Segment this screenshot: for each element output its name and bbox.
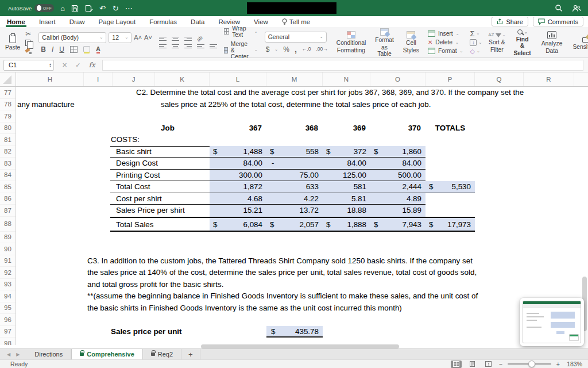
align-center-icon[interactable] [172,44,179,48]
align-right-icon[interactable] [184,44,192,48]
sheet-tab-req2[interactable]: Req2 [143,349,181,359]
save-as-icon[interactable] [85,5,93,12]
font-name-select[interactable]: Calibri (Body) ⌄ [38,32,106,43]
row-header[interactable]: 98 [0,338,16,345]
bold-button[interactable]: B [41,46,46,53]
row-header[interactable]: 95 [0,302,16,315]
delete-cells-button[interactable]: ✕ Delete ⌄ [428,39,463,45]
zoom-out-button[interactable]: − [499,361,502,367]
sheet-tab-comprehensive[interactable]: Comprehensive [71,349,143,359]
zoom-slider[interactable] [508,363,551,365]
decrease-indent-icon[interactable] [197,44,204,48]
fill-down-icon[interactable]: ↓ [470,39,477,46]
accounting-format-icon[interactable]: $ [266,46,270,53]
column-header-l[interactable]: L [210,72,266,86]
cell-job-368[interactable]: 368 [266,122,323,135]
column-header-o[interactable]: O [370,72,425,86]
tab-draw[interactable]: Draw [69,16,85,27]
row-header[interactable]: 96 [0,314,16,326]
table-row-total-sales[interactable]: Total Sales $6,084 $2,057 $1,888 $7,943 … [110,217,475,232]
cell-job-369[interactable]: 369 [323,122,370,135]
middle-align-icon[interactable] [172,37,179,41]
row-header[interactable]: 92 [0,267,16,279]
screenshot-thumbnail[interactable] [520,298,584,346]
horizontal-scrollbar-thumb[interactable] [201,344,399,348]
tell-me-button[interactable]: Tell me [282,18,310,25]
row-header[interactable]: 93 [0,279,16,291]
select-all-corner[interactable] [0,72,16,86]
cell-text-c3-line4[interactable]: **(assume the beginning balance in Finis… [87,290,478,302]
cell-text-c3-line5[interactable]: the basic shirts in Finished Goods Inven… [87,302,402,315]
tab-data[interactable]: Data [191,16,204,27]
column-header-m[interactable]: M [266,72,323,86]
row-header[interactable]: 91 [0,255,16,267]
row-header[interactable]: 89 [0,232,16,244]
italic-button[interactable]: I [52,46,53,53]
column-header-q[interactable]: Q [475,72,524,86]
row-header[interactable]: 80 [0,122,16,135]
page-layout-view-icon[interactable] [467,361,478,368]
more-commands-icon[interactable]: ⋯ [125,5,133,12]
percent-style-icon[interactable]: % [283,46,289,53]
table-row-total-cost[interactable]: Total Cost 1,872 633 581 2,444 $5,530 [110,181,475,193]
column-header-r[interactable]: R [524,72,574,86]
autosave-toggle[interactable]: AutoSave OFF [8,4,54,12]
people-icon[interactable] [572,5,581,12]
format-painter-icon[interactable] [25,48,32,54]
cell-job-header[interactable]: Job [133,122,202,135]
paste-button[interactable]: Paste [3,34,22,51]
table-row-printing-cost[interactable]: Printing Cost 300.00 75.00 125.00 500.00 [110,170,425,182]
column-header-h[interactable]: H [17,72,84,86]
row-header[interactable]: 81 [0,134,16,146]
page-break-view-icon[interactable] [483,361,494,368]
column-header-n[interactable]: N [323,72,370,86]
row-header[interactable]: 85 [0,181,16,193]
row-header[interactable]: 86 [0,193,16,205]
next-sheet-icon[interactable]: ▶ [16,352,20,357]
row-header[interactable]: 97 [0,326,16,338]
cell-text-fragment[interactable]: any manufacture [17,99,75,111]
cell-text-c2-line2[interactable]: sales price at 225% of the total cost, d… [161,99,431,111]
row-header[interactable]: 83 [0,158,16,170]
add-sheet-button[interactable]: + [181,349,200,359]
tab-formulas[interactable]: Formulas [149,16,177,27]
tab-home[interactable]: Home [7,16,25,27]
column-header-j[interactable]: J [113,72,155,86]
tab-page-layout[interactable]: Page Layout [99,16,136,27]
cut-icon[interactable]: ✂ [25,30,32,37]
row-header[interactable]: 87 [0,205,16,217]
format-cells-button[interactable]: Format ⌄ [428,48,463,54]
worksheet-grid[interactable]: C2. Determine the total cost and the ave… [0,87,588,345]
number-format-select[interactable]: General ⌄ [265,32,327,43]
prev-sheet-icon[interactable]: ◀ [7,352,10,357]
zoom-in-button[interactable]: + [556,361,560,367]
column-header-p[interactable]: P [425,72,475,86]
orientation-icon[interactable]: ab [196,35,203,43]
cell-styles-button[interactable]: Cell Styles [401,31,421,53]
confirm-entry-icon[interactable]: ✓ [75,62,80,69]
name-box[interactable]: C1 ▴ ▾ [3,60,54,71]
merge-center-button[interactable]: Merge & Center ⌄ [224,41,258,60]
redo-icon[interactable]: ↻ [113,5,119,12]
row-header[interactable]: 82 [0,146,16,158]
home-icon[interactable]: ⌂ [60,5,65,12]
table-row-basic-shirt[interactable]: Basic shirt $1,488 $558 $372 $1,860 [110,146,425,158]
table-row-cost-per-shirt[interactable]: Cost per shirt 4.68 4.22 5.81 4.89 [110,193,425,205]
borders-icon[interactable] [70,46,78,53]
conditional-formatting-button[interactable]: Conditional Formatting [335,31,368,53]
cell-text-c3-line2[interactable]: the sales price at 140% of the cost, det… [87,267,477,279]
row-header[interactable]: 94 [0,290,16,302]
cell-totals-header[interactable]: TOTALS [425,122,475,135]
analyze-data-button[interactable]: Analyze Data [540,31,564,54]
cancel-entry-icon[interactable]: ✕ [62,62,67,69]
row-header[interactable]: 78 [0,99,16,111]
cell-job-367[interactable]: 367 [210,122,266,135]
row-header[interactable]: 88 [0,217,16,232]
decrease-decimal-icon[interactable]: .00→ [316,47,327,52]
normal-view-icon[interactable] [451,361,462,368]
sensitivity-button[interactable]: Sensitivity [571,35,588,50]
search-icon[interactable] [555,4,563,12]
share-button[interactable]: Share [492,17,528,26]
row-header[interactable]: 79 [0,110,16,122]
grow-font-icon[interactable]: A˄ [134,34,142,41]
